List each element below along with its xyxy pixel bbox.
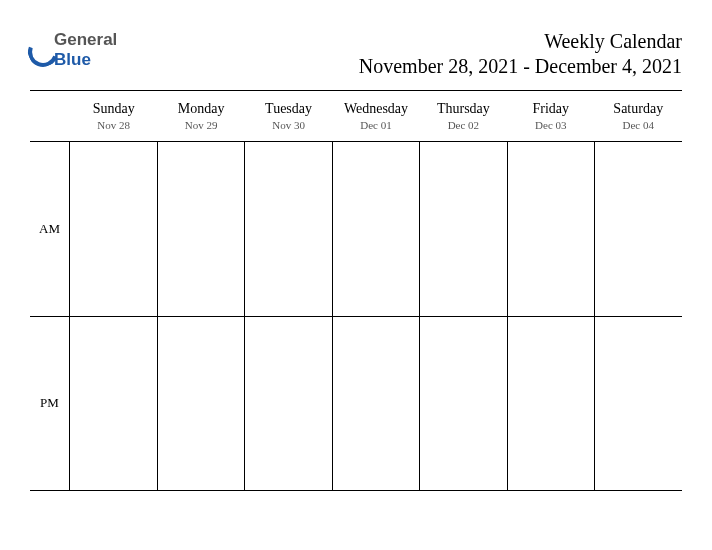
day-name: Wednesday — [332, 101, 419, 117]
calendar-cell — [508, 142, 595, 316]
day-header: Monday Nov 29 — [157, 97, 244, 141]
brand-logo: General Blue — [30, 30, 117, 70]
period-label-pm: PM — [30, 316, 70, 491]
day-column — [595, 142, 682, 490]
day-name: Thursday — [420, 101, 507, 117]
period-col-spacer — [30, 97, 70, 141]
calendar-cell — [70, 142, 157, 316]
day-date: Dec 03 — [507, 119, 594, 131]
day-column — [158, 142, 246, 490]
calendar-grid: AM PM — [30, 141, 682, 491]
divider — [30, 90, 682, 91]
period-label-am: AM — [30, 142, 70, 316]
period-labels: AM PM — [30, 142, 70, 490]
day-column — [508, 142, 596, 490]
calendar-cell — [333, 142, 420, 316]
day-name: Friday — [507, 101, 594, 117]
calendar-cell — [595, 142, 682, 316]
calendar-cell — [158, 316, 245, 491]
day-date: Nov 29 — [157, 119, 244, 131]
page-title: Weekly Calendar — [359, 30, 682, 53]
calendar-cell — [595, 316, 682, 491]
calendar: Sunday Nov 28 Monday Nov 29 Tuesday Nov … — [30, 97, 682, 491]
calendar-cell — [420, 142, 507, 316]
day-column — [333, 142, 421, 490]
day-date: Dec 04 — [595, 119, 682, 131]
calendar-cell — [420, 316, 507, 491]
logo-text-2: Blue — [54, 50, 91, 69]
day-name: Monday — [157, 101, 244, 117]
day-name: Saturday — [595, 101, 682, 117]
header: General Blue Weekly Calendar November 28… — [30, 30, 682, 78]
title-block: Weekly Calendar November 28, 2021 - Dece… — [359, 30, 682, 78]
day-date: Nov 28 — [70, 119, 157, 131]
day-column — [245, 142, 333, 490]
day-date: Nov 30 — [245, 119, 332, 131]
day-date: Dec 02 — [420, 119, 507, 131]
day-header: Sunday Nov 28 — [70, 97, 157, 141]
day-header: Wednesday Dec 01 — [332, 97, 419, 141]
calendar-cell — [158, 142, 245, 316]
day-header: Tuesday Nov 30 — [245, 97, 332, 141]
day-date: Dec 01 — [332, 119, 419, 131]
day-header: Saturday Dec 04 — [595, 97, 682, 141]
calendar-cell — [245, 142, 332, 316]
calendar-cell — [245, 316, 332, 491]
day-name: Tuesday — [245, 101, 332, 117]
day-column — [420, 142, 508, 490]
day-column — [70, 142, 158, 490]
calendar-cell — [508, 316, 595, 491]
day-header: Friday Dec 03 — [507, 97, 594, 141]
calendar-cell — [70, 316, 157, 491]
day-header: Thursday Dec 02 — [420, 97, 507, 141]
logo-text-1: General — [54, 30, 117, 49]
day-header-row: Sunday Nov 28 Monday Nov 29 Tuesday Nov … — [30, 97, 682, 141]
date-range: November 28, 2021 - December 4, 2021 — [359, 55, 682, 78]
day-cells — [70, 142, 682, 490]
calendar-cell — [333, 316, 420, 491]
swoosh-icon — [30, 39, 52, 61]
day-name: Sunday — [70, 101, 157, 117]
